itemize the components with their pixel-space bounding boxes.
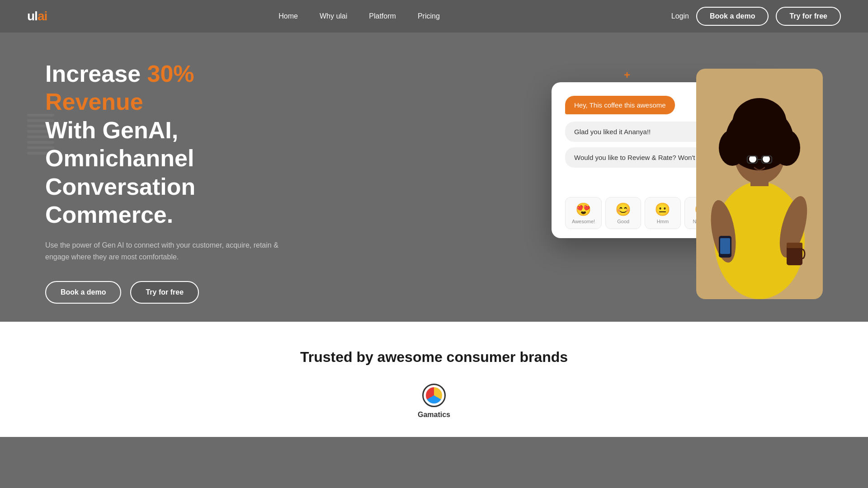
emoji-awesome[interactable]: 😍 Awesome!	[565, 197, 602, 229]
book-demo-hero-button[interactable]: Book a demo	[45, 281, 121, 304]
logo-text: ulai	[27, 9, 47, 23]
nav-link-why-ulai[interactable]: Why ulai	[320, 12, 347, 20]
try-free-hero-button[interactable]: Try for free	[130, 281, 199, 304]
hero-subtext: Use the power of Gen AI to connect with …	[45, 239, 298, 263]
gamatics-logo: Gamatics	[418, 384, 450, 419]
logo: ulai	[27, 9, 47, 23]
gamatics-inner-icon	[426, 387, 442, 404]
nav-item-why-ulai[interactable]: Why ulai	[320, 12, 347, 20]
svg-point-7	[732, 98, 787, 148]
emoji-hmm[interactable]: 😐 Hmm	[645, 197, 680, 229]
gamatics-text: Gamatics	[418, 411, 450, 419]
hero-headline: Increase 30% Revenue With GenAI, Omnicha…	[45, 60, 298, 229]
navbar: ulai Home Why ulai Platform Pricing Logi…	[0, 0, 868, 33]
nav-actions: Login Book a demo Try for free	[671, 7, 841, 26]
incoming-message: Hey, This coffee this awesome	[565, 96, 675, 114]
svg-rect-16	[787, 243, 802, 248]
plus-icon-1: +	[624, 69, 630, 81]
nav-link-home[interactable]: Home	[278, 12, 298, 20]
nav-links: Home Why ulai Platform Pricing	[278, 12, 440, 20]
nav-item-home[interactable]: Home	[278, 12, 298, 20]
good-label: Good	[617, 219, 629, 224]
awesome-label: Awesome!	[572, 219, 595, 224]
awesome-emoji: 😍	[576, 202, 591, 217]
svg-point-9	[763, 155, 770, 163]
headline-prefix: Increase	[45, 61, 147, 87]
trusted-title: Trusted by awesome consumer brands	[45, 349, 823, 366]
nav-link-platform[interactable]: Platform	[369, 12, 396, 20]
person-image	[696, 69, 823, 299]
login-button[interactable]: Login	[671, 12, 689, 20]
svg-point-8	[749, 155, 756, 163]
try-free-nav-button[interactable]: Try for free	[776, 7, 841, 26]
hero-section: Increase 30% Revenue With GenAI, Omnicha…	[0, 33, 868, 322]
nav-item-pricing[interactable]: Pricing	[418, 12, 440, 20]
hero-content: Increase 30% Revenue With GenAI, Omnicha…	[45, 60, 298, 304]
headline-suffix: With GenAI, OmnichannelConversation Comm…	[45, 117, 195, 228]
logo-dot: ai	[38, 9, 47, 23]
trusted-logos: Gamatics	[45, 384, 823, 419]
hero-visual: + ✦ + × × Hey, This coffee this awesome …	[552, 69, 823, 295]
book-demo-nav-button[interactable]: Book a demo	[696, 7, 769, 26]
nav-link-pricing[interactable]: Pricing	[418, 12, 440, 20]
hmm-label: Hmm	[657, 219, 669, 224]
person-svg	[696, 69, 823, 299]
trusted-section: Trusted by awesome consumer brands Gamat…	[0, 322, 868, 437]
emoji-good[interactable]: 😊 Good	[605, 197, 641, 229]
svg-rect-19	[720, 238, 730, 254]
hero-buttons: Book a demo Try for free	[45, 281, 298, 304]
gamatics-circle-icon	[422, 384, 446, 407]
good-emoji: 😊	[615, 202, 631, 217]
hmm-emoji: 😐	[655, 202, 670, 217]
nav-item-platform[interactable]: Platform	[369, 12, 396, 20]
